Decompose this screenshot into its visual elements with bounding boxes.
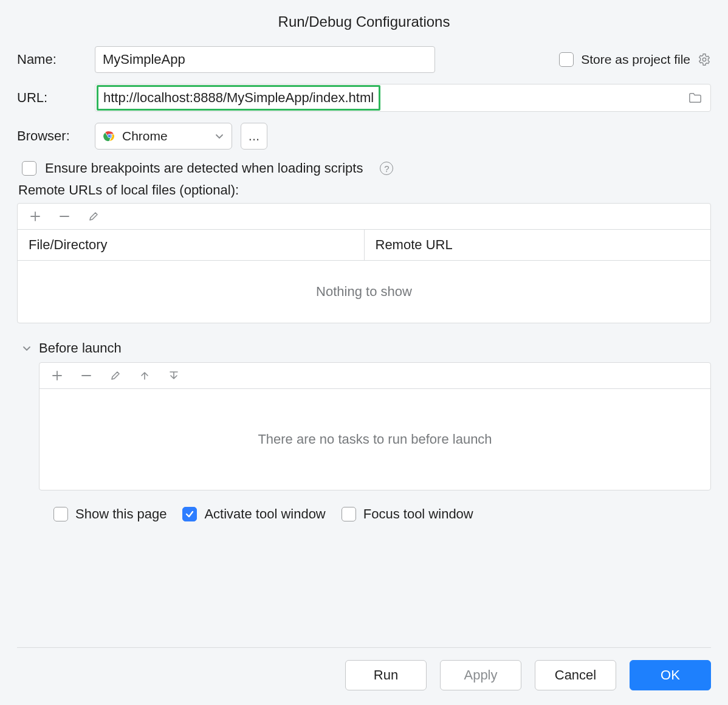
ensure-breakpoints-checkbox[interactable] xyxy=(22,161,36,176)
store-project-file-checkbox[interactable] xyxy=(559,52,574,67)
url-label: URL: xyxy=(17,90,95,106)
remote-url-column: Remote URL xyxy=(365,230,711,260)
chrome-icon xyxy=(103,129,116,143)
remote-urls-empty: Nothing to show xyxy=(18,261,710,323)
edit-icon[interactable] xyxy=(87,210,100,223)
add-icon[interactable] xyxy=(29,210,42,223)
focus-tool-window-label: Focus tool window xyxy=(363,506,473,522)
chevron-down-icon xyxy=(215,131,224,141)
edit-icon[interactable] xyxy=(109,369,122,382)
before-launch-label: Before launch xyxy=(39,340,122,356)
dialog-title: Run/Debug Configurations xyxy=(17,13,711,30)
run-button[interactable]: Run xyxy=(345,660,427,690)
add-icon[interactable] xyxy=(50,369,64,382)
browser-options-button[interactable]: ... xyxy=(241,123,267,150)
url-field-wrapper: http://localhost:8888/MySimpleApp/index.… xyxy=(95,84,711,112)
browser-select[interactable]: Chrome xyxy=(95,123,232,150)
before-launch-empty: There are no tasks to run before launch xyxy=(39,389,710,490)
focus-tool-window-checkbox[interactable] xyxy=(342,507,356,521)
show-page-label: Show this page xyxy=(75,506,167,522)
show-page-checkbox[interactable] xyxy=(53,507,68,521)
store-project-file-label: Store as project file xyxy=(581,52,690,67)
name-input[interactable] xyxy=(95,46,435,73)
activate-tool-window-checkbox[interactable] xyxy=(182,507,197,521)
browser-label: Browser: xyxy=(17,128,95,144)
remote-urls-panel: File/Directory Remote URL Nothing to sho… xyxy=(17,203,711,323)
remove-icon[interactable] xyxy=(58,210,71,223)
svg-point-3 xyxy=(108,135,111,138)
svg-point-0 xyxy=(702,58,706,61)
ensure-breakpoints-label: Ensure breakpoints are detected when loa… xyxy=(45,160,363,176)
remove-icon[interactable] xyxy=(80,369,93,382)
help-icon[interactable]: ? xyxy=(380,162,393,175)
file-directory-column: File/Directory xyxy=(18,230,365,260)
remote-urls-label: Remote URLs of local files (optional): xyxy=(18,182,711,198)
before-launch-header[interactable]: Before launch xyxy=(22,340,711,356)
move-up-icon[interactable] xyxy=(138,369,151,382)
url-input[interactable]: http://localhost:8888/MySimpleApp/index.… xyxy=(97,85,380,111)
activate-tool-window-label: Activate tool window xyxy=(204,506,325,522)
apply-button[interactable]: Apply xyxy=(440,660,521,690)
move-down-icon[interactable] xyxy=(167,369,180,382)
name-label: Name: xyxy=(17,52,95,67)
ok-button[interactable]: OK xyxy=(630,660,711,690)
before-launch-panel: There are no tasks to run before launch xyxy=(39,362,711,490)
browser-selected-value: Chrome xyxy=(122,129,168,143)
chevron-down-icon xyxy=(22,343,32,353)
cancel-button[interactable]: Cancel xyxy=(535,660,616,690)
folder-icon[interactable] xyxy=(689,91,702,105)
gear-icon[interactable] xyxy=(698,53,711,66)
